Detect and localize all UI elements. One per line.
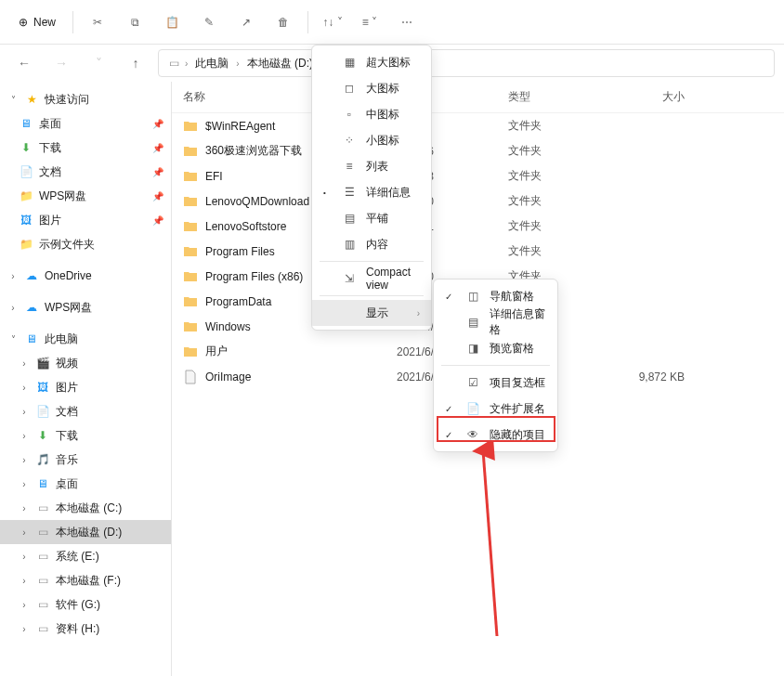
menu-checkboxes[interactable]: ☑项目复选框 — [434, 370, 557, 396]
sidebar-desktop2[interactable]: ›🖥桌面 — [0, 472, 171, 496]
rename-icon[interactable]: ✎ — [192, 6, 226, 39]
plus-icon: ⊕ — [19, 16, 28, 29]
sidebar-wps[interactable]: 📁WPS网盘📌 — [0, 184, 171, 208]
sidebar-music[interactable]: ›🎵音乐 — [0, 448, 171, 472]
menu-preview-pane[interactable]: ◨预览窗格 — [434, 335, 557, 361]
sidebar-this-pc[interactable]: ˅🖥此电脑 — [0, 327, 171, 351]
menu-view-details[interactable]: •☰详细信息 — [312, 179, 431, 205]
col-size[interactable]: 大小 — [601, 89, 685, 105]
file-type: 文件夹 — [508, 168, 601, 184]
drive-icon: ▭ — [35, 500, 50, 515]
checkboxes-icon: ☑ — [465, 376, 480, 389]
sidebar: ˅ ★ 快速访问 🖥桌面📌 ⬇下载📌 📄文档📌 📁WPS网盘📌 🖼图片📌 📁示例… — [0, 82, 172, 676]
breadcrumb-drive[interactable]: 本地磁盘 (D:) — [243, 54, 317, 73]
drive-icon: ▭ — [35, 597, 50, 612]
view-icon[interactable]: ≡ ˅ — [353, 6, 386, 39]
sidebar-data-h[interactable]: ›▭资料 (H:) — [0, 617, 171, 641]
sidebar-drive-d[interactable]: ›▭本地磁盘 (D:) — [0, 520, 171, 544]
menu-view-list[interactable]: ≡列表 — [312, 153, 431, 179]
chevron-right-icon: › — [417, 308, 420, 318]
preview-pane-icon: ◨ — [465, 342, 480, 355]
drive-icon: ▭ — [35, 573, 50, 588]
menu-view-grid-xl[interactable]: ▦超大图标 — [312, 49, 431, 75]
menu-view-grid-m[interactable]: ▫中图标 — [312, 101, 431, 127]
desktop-icon: 🖥 — [19, 116, 33, 131]
sidebar-videos[interactable]: ›🎬视频 — [0, 351, 171, 375]
sidebar-system-e[interactable]: ›▭系统 (E:) — [0, 544, 171, 568]
share-icon[interactable]: ↗ — [229, 6, 263, 39]
pin-icon: 📌 — [152, 215, 163, 226]
check-icon: ✓ — [445, 292, 456, 302]
menu-details-pane[interactable]: ▤详细信息窗格 — [434, 309, 557, 335]
file-row[interactable]: EFI6 17:18文件夹 — [172, 163, 784, 188]
menu-nav-pane[interactable]: ✓◫导航窗格 — [434, 283, 557, 309]
drive-icon: ▭ — [35, 621, 50, 636]
menu-view-content[interactable]: ▥内容 — [312, 231, 431, 257]
sidebar-pictures[interactable]: 🖼图片📌 — [0, 208, 171, 232]
grid-xl-icon: ▦ — [342, 56, 357, 69]
cut-icon[interactable]: ✂ — [81, 6, 114, 39]
menu-extensions[interactable]: ✓📄文件扩展名 — [434, 396, 557, 422]
menu-view-tiles[interactable]: ▤平铺 — [312, 205, 431, 231]
sidebar-drive-f[interactable]: ›▭本地磁盘 (F:) — [0, 568, 171, 592]
chevron-right-icon: › — [19, 358, 30, 369]
download-icon: ⬇ — [19, 140, 33, 155]
new-button[interactable]: ⊕ New — [9, 10, 65, 34]
folder-icon: 📁 — [19, 237, 33, 252]
menu-show[interactable]: 显示 › — [312, 300, 431, 326]
column-headers[interactable]: 名称 类型 大小 — [172, 82, 784, 113]
file-row[interactable]: LenovoSoftstore6 23:31文件夹 — [172, 214, 784, 239]
sidebar-desktop[interactable]: 🖥桌面📌 — [0, 111, 171, 136]
menu-compact-view[interactable]: ⇲ Compact view — [312, 266, 431, 292]
sidebar-sample[interactable]: 📁示例文件夹 — [0, 232, 171, 256]
pin-icon: 📌 — [152, 143, 163, 153]
forward-button[interactable]: → — [46, 48, 76, 78]
chevron-down-icon: ˅ — [7, 334, 19, 344]
chevron-right-icon: › — [7, 271, 19, 281]
menu-divider — [320, 261, 424, 262]
sidebar-software-g[interactable]: ›▭软件 (G:) — [0, 592, 171, 617]
sidebar-drive-c[interactable]: ›▭本地磁盘 (C:) — [0, 496, 171, 520]
sidebar-documents2[interactable]: ›📄文档 — [0, 399, 171, 423]
sidebar-downloads[interactable]: ⬇下载📌 — [0, 136, 171, 160]
file-type: 文件夹 — [508, 118, 601, 134]
file-row[interactable]: Program Files2:41文件夹 — [172, 239, 784, 264]
breadcrumb-this-pc[interactable]: 此电脑 — [191, 54, 232, 73]
sidebar-wps2[interactable]: ›☁WPS网盘 — [0, 295, 171, 319]
recent-button[interactable]: ˅ — [84, 48, 113, 78]
sidebar-documents[interactable]: 📄文档📌 — [0, 160, 171, 184]
file-name: 用户 — [205, 344, 397, 359]
sidebar-quick-access[interactable]: ˅ ★ 快速访问 — [0, 87, 171, 111]
sidebar-downloads2[interactable]: ›⬇下载 — [0, 423, 171, 448]
chevron-down-icon: ˅ — [7, 95, 19, 105]
chevron-right-icon: › — [19, 383, 30, 393]
sidebar-onedrive[interactable]: ›☁OneDrive — [0, 264, 171, 288]
paste-icon[interactable]: 📋 — [155, 6, 189, 39]
sort-icon[interactable]: ↑↓ ˅ — [316, 6, 349, 39]
address-bar[interactable]: ▭ › 此电脑 › 本地磁盘 (D:) › — [158, 49, 775, 77]
file-row[interactable]: $WinREAgent2:15文件夹 — [172, 113, 784, 138]
menu-view-grid-s[interactable]: ⁘小图标 — [312, 127, 431, 153]
pin-icon: 📌 — [152, 119, 163, 129]
divider — [72, 11, 73, 33]
file-row[interactable]: 360极速浏览器下载3 17:26文件夹 — [172, 138, 784, 163]
col-type[interactable]: 类型 — [508, 89, 601, 105]
up-button[interactable]: ↑ — [121, 48, 150, 78]
picture-icon: 🖼 — [35, 380, 50, 395]
grid-m-icon: ▫ — [342, 108, 357, 121]
drive-icon: ▭ — [35, 525, 50, 540]
drive-icon: ▭ — [166, 56, 181, 71]
sidebar-pictures2[interactable]: ›🖼图片 — [0, 375, 171, 399]
file-row[interactable]: LenovoQMDownload6 19:40文件夹 — [172, 188, 784, 214]
more-icon[interactable]: ⋯ — [390, 6, 424, 39]
copy-icon[interactable]: ⧉ — [118, 6, 151, 39]
file-type: 文件夹 — [508, 243, 601, 259]
picture-icon: 🖼 — [19, 213, 33, 228]
delete-icon[interactable]: 🗑 — [267, 6, 300, 39]
menu-hidden-items[interactable]: ✓👁隐藏的项目 — [434, 422, 557, 448]
drive-icon: ▭ — [35, 549, 50, 564]
chevron-right-icon: › — [19, 503, 30, 514]
back-button[interactable]: ← — [9, 48, 39, 78]
chevron-right-icon: › — [236, 58, 239, 69]
menu-view-grid-l[interactable]: ◻大图标 — [312, 75, 431, 101]
